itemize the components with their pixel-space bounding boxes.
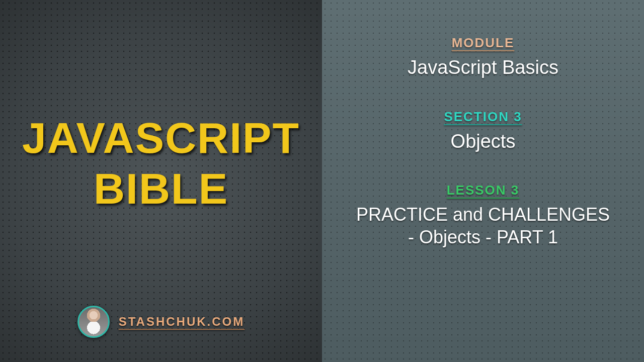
right-panel: MODULE JavaScript Basics SECTION 3 Objec… bbox=[322, 0, 644, 362]
module-label: MODULE bbox=[408, 35, 558, 51]
section-label: SECTION 3 bbox=[444, 109, 522, 125]
author-row: STASHCHUK.COM bbox=[0, 306, 322, 338]
course-title-line1: JAVASCRIPT bbox=[22, 114, 300, 162]
module-name: JavaScript Basics bbox=[408, 56, 558, 80]
section-name: Objects bbox=[444, 130, 522, 154]
section-group: SECTION 3 Objects bbox=[444, 109, 522, 154]
lesson-name: PRACTICE and CHALLENGES - Objects - PART… bbox=[352, 203, 614, 248]
lesson-group: LESSON 3 PRACTICE and CHALLENGES - Objec… bbox=[352, 183, 614, 248]
course-title-line2: BIBLE bbox=[22, 165, 300, 213]
lesson-label: LESSON 3 bbox=[352, 183, 614, 198]
left-panel: JAVASCRIPT BIBLE STASHCHUK.COM bbox=[0, 0, 322, 362]
module-group: MODULE JavaScript Basics bbox=[408, 35, 558, 80]
slide: JAVASCRIPT BIBLE STASHCHUK.COM MODULE Ja… bbox=[0, 0, 644, 362]
author-avatar bbox=[77, 306, 110, 338]
course-title: JAVASCRIPT BIBLE bbox=[22, 114, 300, 212]
author-site-link[interactable]: STASHCHUK.COM bbox=[119, 315, 245, 329]
